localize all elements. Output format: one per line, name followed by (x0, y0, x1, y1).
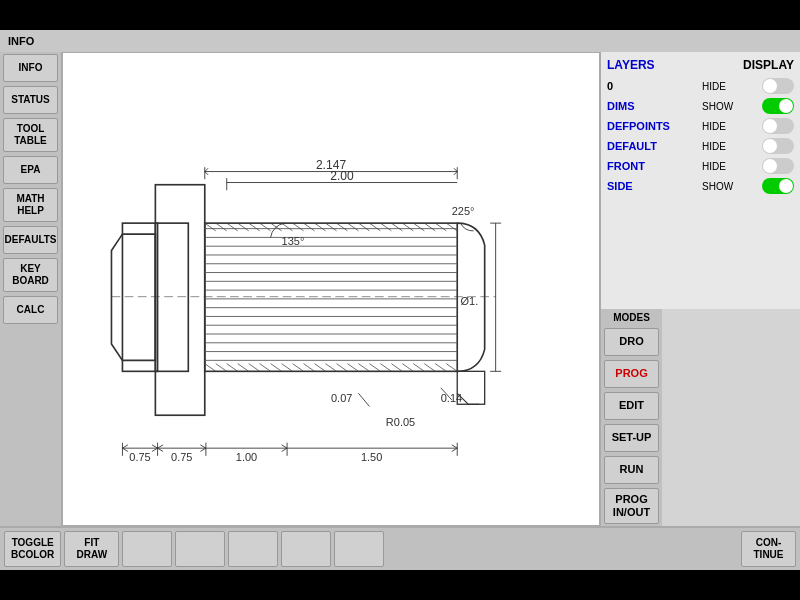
svg-line-59 (380, 364, 391, 372)
mode-btn-setup[interactable]: SET-UP (604, 424, 659, 452)
empty-btn-3[interactable] (228, 531, 278, 567)
svg-line-42 (446, 223, 457, 231)
sidebar-btn-status[interactable]: STATUS (3, 86, 58, 114)
svg-line-36 (380, 223, 391, 231)
svg-rect-0 (155, 185, 204, 416)
left-sidebar: INFO STATUS TOOLTABLE EPA MATHHELP DEFAU… (0, 52, 62, 526)
svg-line-29 (304, 223, 315, 231)
toggle-bcolor-button[interactable]: TOGGLEBCOLOR (4, 531, 61, 567)
layers-panel: LAYERS DISPLAY 0 HIDE DIMS SHOW DEFPOINT… (600, 52, 800, 309)
svg-text:2.00: 2.00 (330, 169, 354, 183)
mode-btn-prog-inout[interactable]: PROGIN/OUT (604, 488, 659, 524)
bottom-toolbar: TOGGLEBCOLOR FITDRAW CON-TINUE (0, 526, 800, 570)
layer-name-default: DEFAULT (607, 140, 682, 152)
drawing-area: 2.147 2.00 135° 225° (62, 52, 600, 526)
svg-line-97 (158, 448, 163, 451)
top-bar: INFO (0, 30, 800, 52)
layers-title: LAYERS (607, 58, 655, 72)
svg-text:0.75: 0.75 (129, 451, 150, 463)
layer-toggle-side[interactable] (762, 178, 794, 194)
svg-line-103 (452, 448, 457, 451)
svg-line-27 (282, 223, 293, 231)
svg-line-31 (326, 223, 337, 231)
svg-line-102 (452, 445, 457, 448)
svg-line-22 (227, 223, 238, 231)
layer-row-side: SIDE SHOW (607, 178, 794, 194)
display-title: DISPLAY (743, 58, 794, 72)
layer-toggle-defpoints[interactable] (762, 118, 794, 134)
svg-line-48 (260, 364, 271, 372)
sidebar-btn-epa[interactable]: EPA (3, 156, 58, 184)
svg-rect-3 (205, 223, 457, 371)
mode-btn-run[interactable]: RUN (604, 456, 659, 484)
sidebar-btn-tool-table[interactable]: TOOLTABLE (3, 118, 58, 152)
svg-line-37 (391, 223, 402, 231)
layer-status-defpoints: HIDE (702, 121, 742, 132)
mode-btn-prog[interactable]: PROG (604, 360, 659, 388)
svg-line-98 (200, 445, 205, 448)
svg-line-74 (205, 172, 208, 175)
continue-button[interactable]: CON-TINUE (741, 531, 796, 567)
svg-line-61 (402, 364, 413, 372)
svg-line-64 (435, 364, 446, 372)
sidebar-btn-math-help[interactable]: MATHHELP (3, 188, 58, 222)
layer-status-0: HIDE (702, 81, 742, 92)
layer-row-front: FRONT HIDE (607, 158, 794, 174)
layer-toggle-front[interactable] (762, 158, 794, 174)
modes-label: MODES (601, 309, 662, 326)
empty-btn-2[interactable] (175, 531, 225, 567)
layer-toggle-0[interactable] (762, 78, 794, 94)
svg-line-49 (271, 364, 282, 372)
svg-line-52 (304, 364, 315, 372)
layer-name-0: 0 (607, 80, 682, 92)
svg-line-100 (282, 445, 287, 448)
svg-line-44 (216, 364, 227, 372)
empty-btn-1[interactable] (122, 531, 172, 567)
svg-line-30 (315, 223, 326, 231)
svg-line-96 (158, 445, 163, 448)
empty-btn-4[interactable] (281, 531, 331, 567)
svg-line-93 (122, 448, 127, 451)
svg-line-51 (293, 364, 304, 372)
svg-line-32 (336, 223, 347, 231)
svg-line-24 (249, 223, 260, 231)
svg-line-38 (402, 223, 413, 231)
mode-btn-dro[interactable]: DRO (604, 328, 659, 356)
svg-line-50 (282, 364, 293, 372)
layer-row-defpoints: DEFPOINTS HIDE (607, 118, 794, 134)
layer-status-front: HIDE (702, 161, 742, 172)
layer-status-dims: SHOW (702, 101, 742, 112)
layer-name-defpoints: DEFPOINTS (607, 120, 682, 132)
sidebar-btn-keyboard[interactable]: KEYBOARD (3, 258, 58, 292)
fit-draw-button[interactable]: FITDRAW (64, 531, 119, 567)
svg-text:0.75: 0.75 (171, 451, 192, 463)
svg-text:135°: 135° (282, 235, 305, 247)
info-label: INFO (8, 35, 34, 47)
sidebar-btn-info[interactable]: INFO (3, 54, 58, 82)
svg-line-40 (424, 223, 435, 231)
svg-line-35 (369, 223, 380, 231)
sidebar-btn-calc[interactable]: CALC (3, 296, 58, 324)
layer-toggle-default[interactable] (762, 138, 794, 154)
svg-line-47 (249, 364, 260, 372)
svg-line-33 (347, 223, 358, 231)
svg-line-94 (152, 445, 157, 448)
svg-text:0.14: 0.14 (441, 392, 462, 404)
svg-line-92 (122, 445, 127, 448)
layer-status-default: HIDE (702, 141, 742, 152)
right-panel: LAYERS DISPLAY 0 HIDE DIMS SHOW DEFPOINT… (600, 52, 800, 526)
svg-line-53 (315, 364, 326, 372)
svg-line-34 (358, 223, 369, 231)
empty-btn-5[interactable] (334, 531, 384, 567)
layer-toggle-dims[interactable] (762, 98, 794, 114)
svg-rect-1 (155, 223, 188, 371)
svg-line-73 (205, 168, 208, 171)
mode-btn-edit[interactable]: EDIT (604, 392, 659, 420)
sidebar-btn-defaults[interactable]: DEFAULTS (3, 226, 58, 254)
svg-line-43 (205, 364, 216, 372)
svg-line-111 (358, 393, 369, 406)
svg-line-101 (282, 448, 287, 451)
svg-line-41 (435, 223, 446, 231)
svg-line-75 (454, 168, 457, 171)
layer-name-front: FRONT (607, 160, 682, 172)
